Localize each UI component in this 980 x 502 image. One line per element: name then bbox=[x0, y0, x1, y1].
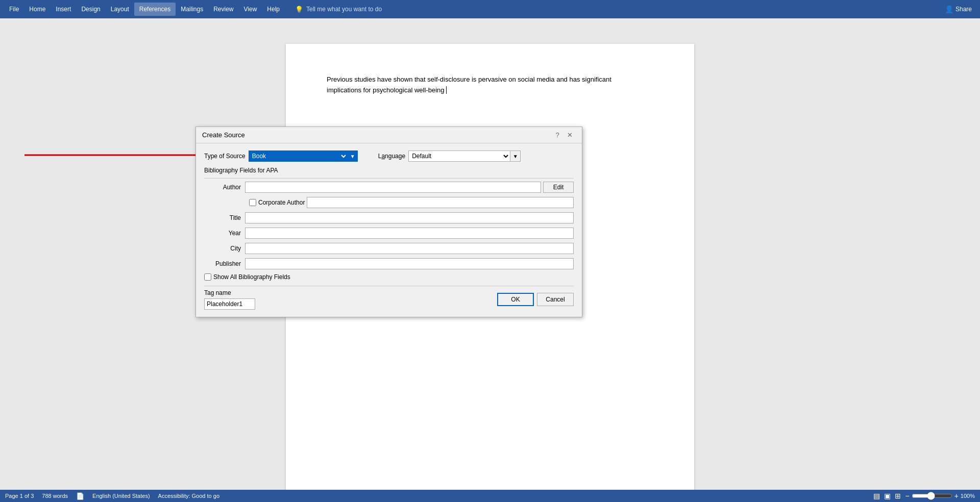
title-input[interactable] bbox=[245, 212, 574, 223]
language-label-text: a bbox=[381, 153, 385, 160]
form-divider-2 bbox=[204, 286, 574, 286]
word-count: 788 words bbox=[42, 493, 68, 499]
proofing-icon[interactable]: 📄 bbox=[76, 492, 84, 500]
menu-help[interactable]: Help bbox=[262, 3, 285, 16]
tag-name-input[interactable] bbox=[204, 298, 255, 310]
tell-me-input[interactable] bbox=[306, 6, 398, 13]
web-layout-icon[interactable]: ⊞ bbox=[895, 492, 901, 500]
zoom-slider[interactable] bbox=[912, 492, 952, 500]
zoom-level: 100% bbox=[961, 493, 975, 499]
menubar: File Home Insert Design Layout Reference… bbox=[0, 0, 980, 18]
author-row: Author Edit bbox=[204, 182, 574, 193]
person-icon: 👤 bbox=[945, 5, 953, 13]
tag-name-label: Tag name bbox=[204, 289, 255, 296]
zoom-controls: − + 100% bbox=[905, 492, 975, 500]
menu-insert[interactable]: Insert bbox=[51, 3, 76, 16]
year-label: Year bbox=[204, 230, 245, 237]
year-row: Year bbox=[204, 228, 574, 239]
tag-left: Tag name bbox=[204, 289, 255, 310]
zoom-plus-button[interactable]: + bbox=[954, 492, 959, 500]
doc-paragraph: Previous studies have shown that self-di… bbox=[327, 74, 653, 96]
menu-home[interactable]: Home bbox=[24, 3, 51, 16]
bibliography-heading: Bibliography Fields for APA bbox=[204, 167, 574, 174]
city-row: City bbox=[204, 243, 574, 254]
tag-section: Tag name OK Cancel bbox=[204, 289, 574, 310]
share-label: Share bbox=[955, 6, 972, 13]
menu-references[interactable]: References bbox=[134, 3, 176, 16]
city-input[interactable] bbox=[245, 243, 574, 254]
dialog-titlebar: Create Source ? ✕ bbox=[196, 127, 582, 143]
type-dropdown-arrow-icon[interactable]: ▼ bbox=[348, 150, 358, 162]
language-dropdown-arrow-icon[interactable]: ▼ bbox=[510, 150, 521, 162]
accessibility-status[interactable]: Accessibility: Good to go bbox=[158, 493, 219, 499]
dialog-body: Type of Source Book ▼ Language Default ▼… bbox=[196, 143, 582, 317]
dialog-help-button[interactable]: ? bbox=[551, 129, 564, 141]
type-of-source-select[interactable]: Book bbox=[249, 150, 348, 162]
menu-design[interactable]: Design bbox=[76, 3, 105, 16]
city-label: City bbox=[204, 245, 245, 252]
dialog-title: Create Source bbox=[202, 131, 551, 139]
author-input[interactable] bbox=[245, 182, 541, 193]
lightbulb-icon: 💡 bbox=[295, 6, 303, 13]
statusbar: Page 1 of 3 788 words 📄 English (United … bbox=[0, 490, 980, 502]
show-all-checkbox[interactable] bbox=[204, 273, 211, 281]
type-source-row: Type of Source Book ▼ Language Default ▼ bbox=[204, 150, 574, 162]
menu-mailings[interactable]: Mailings bbox=[176, 3, 208, 16]
statusbar-right: ▤ ▣ ⊞ − + 100% bbox=[873, 492, 975, 500]
page-info: Page 1 of 3 bbox=[5, 493, 34, 499]
document-area: Previous studies have shown that self-di… bbox=[0, 18, 980, 490]
ok-button[interactable]: OK bbox=[497, 293, 534, 306]
title-label: Title bbox=[204, 214, 245, 221]
language-status[interactable]: English (United States) bbox=[92, 493, 150, 499]
corporate-author-label: Corporate Author bbox=[258, 199, 305, 206]
tell-me-bar: 💡 bbox=[295, 6, 398, 13]
menu-view[interactable]: View bbox=[239, 3, 262, 16]
menu-review[interactable]: Review bbox=[208, 3, 238, 16]
doc-text-line2: implications for psychological well-bein… bbox=[327, 86, 445, 94]
menu-layout[interactable]: Layout bbox=[106, 3, 134, 16]
author-label: Author bbox=[204, 184, 245, 191]
share-button[interactable]: 👤 Share bbox=[941, 3, 976, 15]
year-input[interactable] bbox=[245, 228, 574, 239]
corporate-author-checkbox[interactable] bbox=[249, 199, 256, 206]
show-all-label: Show All Bibliography Fields bbox=[213, 273, 290, 281]
form-divider-1 bbox=[204, 178, 574, 179]
type-of-source-label: Type of Source bbox=[204, 153, 246, 160]
dialog-buttons: OK Cancel bbox=[497, 293, 574, 306]
publisher-label: Publisher bbox=[204, 260, 245, 267]
create-source-dialog[interactable]: Create Source ? ✕ Type of Source Book ▼ … bbox=[195, 127, 582, 317]
print-layout-icon[interactable]: ▣ bbox=[884, 492, 891, 500]
corporate-author-row: Corporate Author bbox=[249, 197, 574, 208]
show-all-row: Show All Bibliography Fields bbox=[204, 273, 574, 281]
dialog-close-button[interactable]: ✕ bbox=[564, 129, 576, 141]
language-select[interactable]: Default bbox=[408, 150, 510, 162]
doc-text-line1: Previous studies have shown that self-di… bbox=[327, 76, 611, 83]
read-mode-icon[interactable]: ▤ bbox=[873, 492, 880, 500]
title-row: Title bbox=[204, 212, 574, 223]
menu-file[interactable]: File bbox=[4, 3, 24, 16]
zoom-minus-button[interactable]: − bbox=[905, 492, 909, 500]
cancel-button[interactable]: Cancel bbox=[537, 293, 574, 306]
edit-button[interactable]: Edit bbox=[543, 182, 574, 193]
publisher-row: Publisher bbox=[204, 258, 574, 269]
language-label: Language bbox=[378, 153, 405, 160]
publisher-input[interactable] bbox=[245, 258, 574, 269]
corporate-author-input[interactable] bbox=[307, 197, 574, 208]
text-cursor bbox=[445, 86, 447, 94]
